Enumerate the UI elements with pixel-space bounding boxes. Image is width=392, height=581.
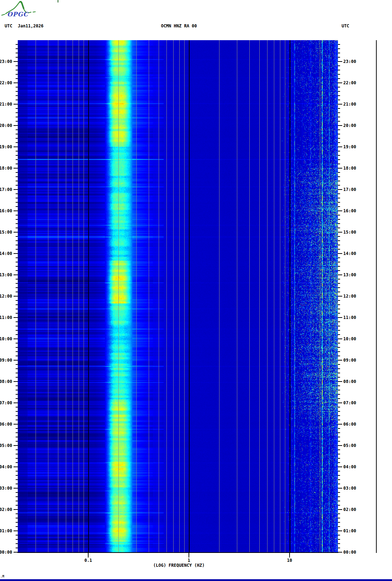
time-label-right: 19:00 [343, 144, 359, 149]
time-tick-left [16, 240, 18, 241]
time-tick-right [338, 445, 342, 446]
time-tick-right [338, 522, 340, 523]
time-tick-left [16, 287, 18, 288]
time-tick-left [16, 535, 18, 535]
time-tick-right [338, 373, 340, 373]
time-tick-right [338, 484, 340, 484]
time-label-right: 15:00 [343, 230, 359, 235]
time-tick-left [16, 326, 18, 326]
time-tick-right [338, 70, 340, 70]
time-tick-left [16, 471, 18, 471]
time-label-left: 22:00 [0, 80, 12, 85]
time-tick-right [338, 343, 340, 343]
time-tick-left [16, 543, 18, 544]
time-tick-left [16, 95, 18, 96]
time-tick-right [338, 356, 340, 356]
time-tick-right [338, 155, 340, 156]
time-tick-right [338, 496, 340, 497]
time-tick-left [14, 445, 18, 446]
time-label-right: 17:00 [343, 187, 359, 192]
time-tick-left [14, 381, 18, 382]
time-label-right: 06:00 [343, 422, 359, 427]
time-tick-left [16, 206, 18, 207]
time-tick-left [14, 488, 18, 489]
time-tick-right [338, 210, 342, 211]
time-label-right: 23:00 [343, 59, 359, 64]
time-tick-right [338, 385, 340, 386]
time-tick-right [338, 479, 340, 480]
utc-label-right: UTC [338, 23, 353, 28]
time-tick-right [338, 270, 340, 271]
time-tick-right [338, 326, 340, 326]
time-tick-right [338, 390, 340, 390]
time-tick-right [338, 100, 340, 100]
time-tick-right [338, 539, 340, 540]
time-tick-right [338, 245, 340, 245]
time-tick-left [16, 351, 18, 352]
time-tick-left [16, 539, 18, 540]
time-tick-right [338, 61, 342, 62]
time-tick-right [338, 420, 340, 420]
time-tick-right [338, 492, 340, 493]
time-tick-right [338, 513, 340, 514]
time-label-left: 21:00 [0, 102, 12, 107]
time-tick-left [16, 159, 18, 160]
spectrogram-page: OPGC UTC Jan11,2026 OCMN HNZ RA 00 UTC 2… [0, 0, 392, 581]
time-tick-right [338, 449, 340, 450]
time-tick-right [338, 151, 340, 151]
time-tick-right [338, 381, 342, 382]
time-tick-left [16, 343, 18, 343]
time-tick-right [338, 181, 340, 181]
time-tick-right [338, 505, 340, 506]
time-tick-left [16, 437, 18, 437]
time-tick-left [16, 300, 18, 301]
time-tick-right [338, 142, 340, 143]
time-tick-right [338, 168, 342, 169]
time-tick-right [338, 189, 342, 190]
time-label-right: 08:00 [343, 379, 359, 384]
time-tick-right [338, 488, 342, 489]
time-tick-right [338, 223, 340, 224]
time-tick-left [16, 458, 18, 459]
time-label-right: 04:00 [343, 464, 359, 469]
time-tick-right [338, 432, 340, 433]
time-label-right: 20:00 [343, 123, 359, 128]
right-frame-line [376, 40, 377, 553]
time-tick-left [14, 531, 18, 531]
time-tick-right [338, 398, 340, 399]
time-tick-right [338, 219, 340, 220]
time-tick-left [16, 176, 18, 177]
time-tick-right [338, 266, 340, 267]
time-tick-left [16, 44, 18, 45]
time-label-left: 00:00 [0, 550, 12, 555]
time-tick-right [338, 407, 340, 407]
freq-tick [289, 552, 290, 558]
time-tick-left [16, 513, 18, 514]
time-tick-right [338, 403, 342, 403]
time-label-right: 05:00 [343, 443, 359, 448]
time-tick-right [338, 240, 340, 241]
time-tick-right [338, 360, 342, 361]
time-tick-left [16, 117, 18, 117]
time-tick-left [16, 368, 18, 369]
time-label-left: 05:00 [0, 443, 12, 448]
time-tick-right [338, 531, 342, 531]
time-tick-right [338, 309, 340, 309]
time-tick-left [14, 168, 18, 169]
time-tick-right [338, 317, 342, 318]
time-tick-right [338, 78, 340, 79]
time-tick-left [16, 441, 18, 442]
time-tick-right [338, 108, 340, 109]
time-tick-left [16, 129, 18, 130]
time-label-left: 20:00 [0, 123, 12, 128]
time-tick-right [338, 509, 342, 510]
time-tick-left [16, 411, 18, 412]
time-tick-left [16, 394, 18, 395]
bottom-bar [0, 579, 392, 581]
time-tick-left [16, 505, 18, 506]
time-tick-right [338, 117, 340, 117]
time-tick-left [14, 339, 18, 339]
time-tick-left [14, 232, 18, 233]
freq-tick-label: 0.1 [81, 558, 95, 563]
freq-tick-label: 10 [282, 558, 297, 563]
